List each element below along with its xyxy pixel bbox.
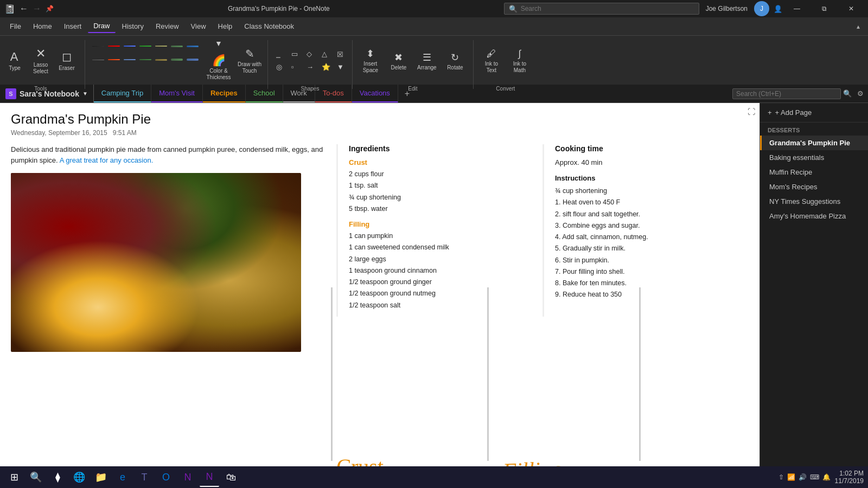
shape-diamond[interactable]: ◇ (304, 48, 318, 60)
lasso-button[interactable]: ✕ LassoSelect (28, 44, 53, 77)
notification-icon[interactable]: 🔔 (822, 473, 831, 481)
taskbar-explorer[interactable]: 📁 (91, 467, 111, 487)
menu-draw[interactable]: Draw (88, 20, 115, 33)
title-pin[interactable]: 📌 (46, 5, 54, 12)
arrange-button[interactable]: ☰ Arrange (414, 44, 439, 77)
shape-convert[interactable]: ☒ (334, 49, 347, 60)
overflow-button[interactable]: ▼ (213, 38, 225, 49)
pen-swatch-5[interactable] (154, 40, 169, 52)
delete-button[interactable]: ✖ Delete (386, 44, 411, 77)
sidebar-item-moms[interactable]: Mom's Recipes (760, 179, 868, 194)
tab-vacations[interactable]: Vacations (352, 85, 398, 102)
shape-oval[interactable]: ◎ (273, 61, 288, 73)
filling-item-3: 2 large eggs (349, 254, 532, 265)
search-input[interactable] (521, 5, 694, 12)
settings-icon[interactable]: ⚙ (857, 89, 864, 98)
taskbar-outlook[interactable]: O (156, 467, 176, 487)
pen-swatch-13[interactable] (169, 54, 184, 66)
taskbar-task-view[interactable]: ⧫ (48, 467, 67, 487)
page-search-input[interactable] (732, 88, 841, 99)
avatar[interactable]: J (754, 1, 769, 16)
menu-insert[interactable]: Insert (59, 20, 87, 33)
keyboard-icon[interactable]: ⌨ (810, 473, 819, 481)
network-icon[interactable]: 📶 (787, 473, 795, 481)
title-forward[interactable]: → (33, 4, 41, 14)
volume-icon[interactable]: 🔊 (799, 473, 807, 481)
taskbar-clock[interactable]: 1:02 PM 11/7/2019 (835, 470, 864, 485)
insert-space-button[interactable]: ⬍ InsertSpace (358, 44, 383, 77)
page-search-icon[interactable]: 🔍 (843, 89, 852, 98)
ink-to-text-button[interactable]: 🖋 Ink toText (479, 44, 504, 77)
ribbon-collapse-button[interactable]: ▴ (853, 21, 864, 32)
profile-icon[interactable]: 👤 (774, 5, 782, 13)
shape-rect[interactable]: ▭ (289, 48, 303, 60)
pen-swatch-12[interactable] (154, 54, 169, 66)
ink-to-math-button[interactable]: ∫ Ink toMath (507, 44, 532, 77)
section-divider-3 (639, 287, 641, 461)
tab-moms-visit[interactable]: Mom's Visit (151, 85, 203, 102)
pen-swatch-7[interactable] (185, 40, 200, 52)
filling-item-4: 1 teaspoon ground cinnamon (349, 265, 532, 277)
eraser-button[interactable]: ◻ Eraser (54, 44, 79, 77)
tab-work[interactable]: Work (283, 85, 315, 102)
pen-swatch-10[interactable] (122, 54, 137, 66)
note-title[interactable]: Grandma's Pumpkin Pie (11, 112, 749, 127)
pen-swatch-2[interactable] (106, 40, 122, 52)
sidebar-item-amys[interactable]: Amy's Homemade Pizza (760, 209, 868, 223)
menu-view[interactable]: View (186, 20, 212, 33)
taskbar-edge[interactable]: 🌐 (69, 467, 89, 487)
close-button[interactable]: ✕ (839, 0, 864, 17)
shape-line[interactable]: ⎯ (273, 48, 288, 60)
pen-swatch-11[interactable] (138, 54, 153, 66)
tab-recipes[interactable]: Recipes (203, 85, 246, 102)
taskbar-onenote[interactable]: N (178, 467, 197, 487)
shape-pentagon[interactable]: ▫ (289, 61, 303, 73)
sidebar-item-muffin[interactable]: Muffin Recipe (760, 165, 868, 179)
restore-button[interactable]: ⧉ (812, 0, 837, 17)
shape-arrow[interactable]: → (304, 61, 318, 73)
taskbar-onenote2[interactable]: N (200, 467, 219, 487)
taskbar-teams[interactable]: T (135, 467, 154, 487)
pen-swatch-8[interactable] (91, 54, 106, 66)
menu-file[interactable]: File (4, 20, 27, 33)
shape-triangle[interactable]: △ (319, 48, 333, 60)
onenote-icon: 📓 (4, 4, 15, 14)
color-thickness-button[interactable]: 🌈 Color & Thickness (205, 51, 233, 84)
taskbar-edge2[interactable]: e (113, 467, 132, 487)
rotate-button[interactable]: ↻ Rotate (443, 44, 468, 77)
pen-swatch-4[interactable] (138, 40, 153, 52)
taskbar-store[interactable]: 🛍 (221, 467, 241, 487)
menu-home[interactable]: Home (28, 20, 58, 33)
edit-inner: ⬍ InsertSpace ✖ Delete ☰ Arrange ↻ Rotat… (356, 36, 470, 84)
pen-swatch-1[interactable] (91, 40, 106, 52)
menu-history[interactable]: History (117, 20, 149, 33)
title-back[interactable]: ← (20, 4, 28, 14)
sidebar-item-baking[interactable]: Baking essentials (760, 150, 868, 165)
step-7: 7. Pour filling into shell. (555, 266, 738, 278)
pen-swatch-6[interactable] (169, 40, 184, 52)
tab-camping[interactable]: Camping Trip (94, 85, 151, 102)
pen-swatch-3[interactable] (122, 40, 137, 52)
expand-button[interactable]: ⛶ (748, 107, 755, 116)
chevron-up-icon[interactable]: ⇧ (778, 473, 784, 481)
taskbar-search[interactable]: 🔍 (26, 467, 46, 487)
shape-more[interactable]: ▼ (334, 61, 347, 73)
pen-swatch-14[interactable] (185, 54, 200, 66)
tab-school[interactable]: School (246, 85, 283, 102)
pen-swatch-9[interactable] (106, 54, 122, 66)
menu-review[interactable]: Review (150, 20, 184, 33)
notebook-selector[interactable]: S Sara's Notebook ▼ (0, 85, 94, 102)
sidebar-item-grandmas[interactable]: Grandma's Pumpkin Pie (760, 136, 868, 150)
add-tab-button[interactable]: + (398, 85, 416, 102)
shape-star[interactable]: ⭐ (319, 61, 333, 73)
draw-with-touch-button[interactable]: ✎ Draw withTouch (237, 44, 262, 77)
add-page-button[interactable]: + + Add Page (760, 103, 868, 123)
menu-class-notebook[interactable]: Class Notebook (239, 20, 299, 33)
minimize-button[interactable]: — (784, 0, 809, 17)
start-button[interactable]: ⊞ (4, 467, 24, 487)
menu-help[interactable]: Help (213, 20, 238, 33)
tab-todos[interactable]: To-dos (315, 85, 352, 102)
sidebar-item-nytimes[interactable]: NY Times Suggestions (760, 194, 868, 209)
type-button[interactable]: A Type (2, 44, 27, 77)
global-search[interactable]: 🔍 (504, 3, 699, 15)
